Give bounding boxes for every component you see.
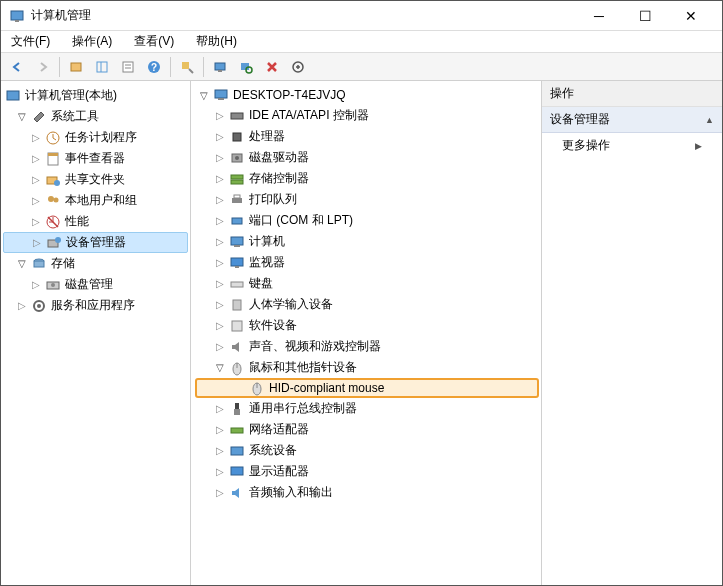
expander-icon[interactable] <box>29 278 43 292</box>
network-icon <box>229 422 245 438</box>
expander-icon[interactable] <box>213 465 227 479</box>
expander-icon[interactable] <box>30 236 44 250</box>
action-button[interactable] <box>175 55 199 79</box>
device-category[interactable]: 端口 (COM 和 LPT) <box>193 210 539 231</box>
left-item-device[interactable]: 设备管理器 <box>3 232 188 253</box>
device-item[interactable]: HID-compliant mouse <box>195 378 539 398</box>
device-root[interactable]: DESKTOP-T4EJVJQ <box>193 85 539 105</box>
svg-rect-11 <box>215 63 225 70</box>
back-button[interactable] <box>5 55 29 79</box>
expander-icon[interactable] <box>15 110 29 124</box>
left-group-system-tools[interactable]: 系统工具 <box>3 106 188 127</box>
device-category[interactable]: 存储控制器 <box>193 168 539 189</box>
expander-icon[interactable] <box>213 235 227 249</box>
left-item-share[interactable]: 共享文件夹 <box>3 169 188 190</box>
svg-rect-49 <box>231 282 243 287</box>
device-category[interactable]: 显示适配器 <box>193 461 539 482</box>
left-group-services[interactable]: 服务和应用程序 <box>3 295 188 316</box>
expander-icon[interactable] <box>29 194 43 208</box>
help-button[interactable]: ? <box>142 55 166 79</box>
expander-icon[interactable] <box>213 151 227 165</box>
expander-icon[interactable] <box>213 214 227 228</box>
software-icon <box>229 318 245 334</box>
left-group-storage[interactable]: 存储 <box>3 253 188 274</box>
expander-icon[interactable] <box>213 256 227 270</box>
expander-icon[interactable] <box>213 277 227 291</box>
expander-icon[interactable] <box>213 340 227 354</box>
minimize-button[interactable]: ─ <box>576 1 622 31</box>
left-item-perf[interactable]: 性能 <box>3 211 188 232</box>
maximize-button[interactable]: ☐ <box>622 1 668 31</box>
system-icon <box>229 443 245 459</box>
svg-rect-58 <box>231 428 243 433</box>
expander-icon[interactable] <box>213 130 227 144</box>
actions-subheader[interactable]: 设备管理器 ▲ <box>542 107 722 133</box>
left-item-label: 设备管理器 <box>66 234 126 251</box>
expander-icon[interactable] <box>213 361 227 375</box>
device-category[interactable]: 网络适配器 <box>193 419 539 440</box>
left-pane: 计算机管理(本地) 系统工具 任务计划程序事件查看器共享文件夹本地用户和组性能设… <box>1 81 191 585</box>
menu-action[interactable]: 操作(A) <box>68 31 116 52</box>
expander-icon[interactable] <box>213 402 227 416</box>
left-item-disk[interactable]: 磁盘管理 <box>3 274 188 295</box>
up-button[interactable] <box>64 55 88 79</box>
device-category-label: 计算机 <box>249 233 285 250</box>
device-category[interactable]: 通用串行总线控制器 <box>193 398 539 419</box>
remove-button[interactable] <box>260 55 284 79</box>
properties-button[interactable] <box>116 55 140 79</box>
device-category[interactable]: 键盘 <box>193 273 539 294</box>
expander-icon[interactable] <box>15 299 29 313</box>
device-category[interactable]: 磁盘驱动器 <box>193 147 539 168</box>
expander-icon[interactable] <box>213 298 227 312</box>
device-category-label: 系统设备 <box>249 442 297 459</box>
expander-icon[interactable] <box>29 215 43 229</box>
menu-file[interactable]: 文件(F) <box>7 31 54 52</box>
expander-icon[interactable] <box>29 173 43 187</box>
hdd-icon <box>229 150 245 166</box>
device-category[interactable]: 鼠标和其他指针设备 <box>193 357 539 378</box>
svg-rect-59 <box>231 447 243 455</box>
expander-icon[interactable] <box>213 444 227 458</box>
menu-view[interactable]: 查看(V) <box>130 31 178 52</box>
expander-icon[interactable] <box>213 172 227 186</box>
menu-help[interactable]: 帮助(H) <box>192 31 241 52</box>
device-root-label: DESKTOP-T4EJVJQ <box>233 88 345 102</box>
device-category[interactable]: 计算机 <box>193 231 539 252</box>
actions-more[interactable]: 更多操作 ▶ <box>542 133 722 158</box>
device-category[interactable]: 人体学输入设备 <box>193 294 539 315</box>
scan-button[interactable] <box>234 55 258 79</box>
show-hide-button[interactable] <box>90 55 114 79</box>
device-pane: DESKTOP-T4EJVJQ IDE ATA/ATAPI 控制器处理器磁盘驱动… <box>191 81 542 585</box>
expander-icon[interactable] <box>213 193 227 207</box>
device-category[interactable]: 软件设备 <box>193 315 539 336</box>
device-category[interactable]: 系统设备 <box>193 440 539 461</box>
left-item-users[interactable]: 本地用户和组 <box>3 190 188 211</box>
expander-icon[interactable] <box>213 319 227 333</box>
share-icon <box>45 172 61 188</box>
expander-icon[interactable] <box>213 486 227 500</box>
left-item-label: 磁盘管理 <box>65 276 113 293</box>
close-button[interactable]: ✕ <box>668 1 714 31</box>
device-category[interactable]: 监视器 <box>193 252 539 273</box>
tools-icon <box>31 109 47 125</box>
device-category-label: 人体学输入设备 <box>249 296 333 313</box>
device-category[interactable]: 音频输入和输出 <box>193 482 539 503</box>
expander-icon[interactable] <box>197 88 211 102</box>
forward-button[interactable] <box>31 55 55 79</box>
left-item-clock[interactable]: 任务计划程序 <box>3 127 188 148</box>
enable-button[interactable] <box>286 55 310 79</box>
expander-icon[interactable] <box>213 109 227 123</box>
expander-icon[interactable] <box>29 152 43 166</box>
expander-icon[interactable] <box>213 423 227 437</box>
device-category[interactable]: IDE ATA/ATAPI 控制器 <box>193 105 539 126</box>
device-category[interactable]: 处理器 <box>193 126 539 147</box>
expander-icon[interactable] <box>15 257 29 271</box>
device-category[interactable]: 打印队列 <box>193 189 539 210</box>
left-item-event[interactable]: 事件查看器 <box>3 148 188 169</box>
svg-rect-40 <box>231 175 243 179</box>
computer-icon-button[interactable] <box>208 55 232 79</box>
device-category[interactable]: 声音、视频和游戏控制器 <box>193 336 539 357</box>
left-root[interactable]: 计算机管理(本地) <box>3 85 188 106</box>
computer-mgmt-icon <box>5 88 21 104</box>
expander-icon[interactable] <box>29 131 43 145</box>
